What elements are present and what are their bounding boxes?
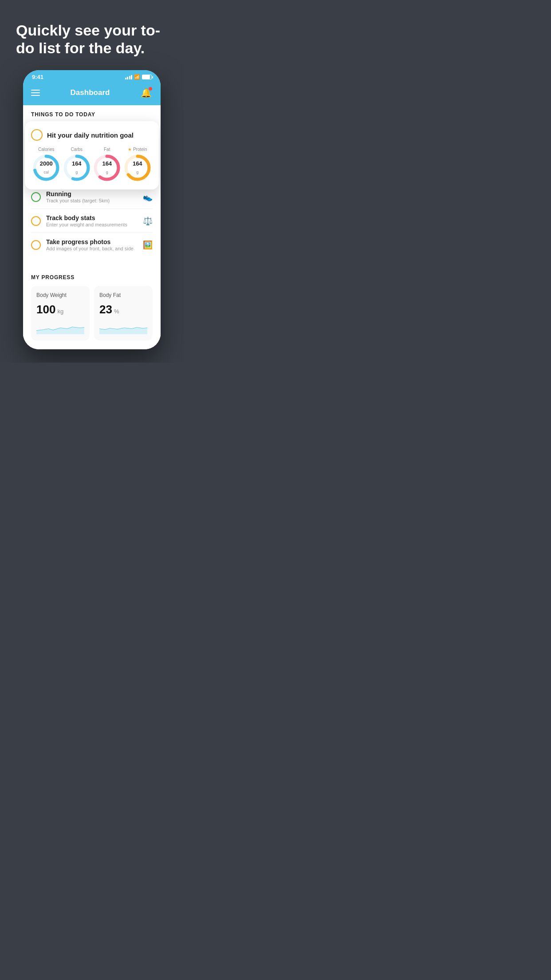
todo-label-progress-photos: Take progress photos — [46, 238, 138, 245]
battery-icon — [142, 75, 152, 79]
status-time: 9:41 — [32, 74, 43, 80]
body-weight-unit: kg — [57, 308, 63, 315]
body-weight-value-wrap: 100 kg — [36, 303, 84, 316]
protein-value: 164 — [133, 161, 142, 167]
hero-title: Quickly see your to-do list for the day. — [16, 21, 168, 57]
todo-sub-progress-photos: Add images of your front, back, and side — [46, 246, 138, 251]
status-icons: 📶 — [125, 74, 152, 80]
body-fat-value-wrap: 23 % — [99, 303, 147, 316]
photo-icon: 🖼️ — [143, 240, 153, 250]
carbs-label: Carbs — [71, 147, 83, 152]
macro-calories: Calories 2000 cal — [32, 147, 60, 182]
status-bar: 9:41 📶 — [23, 70, 161, 82]
todo-item-body-stats[interactable]: Track body stats Enter your weight and m… — [31, 209, 153, 233]
notification-button[interactable]: 🔔 — [140, 87, 153, 99]
nutrition-card-header: Hit your daily nutrition goal — [31, 129, 153, 141]
hero-section: Quickly see your to-do list for the day. — [0, 0, 184, 66]
calories-donut: 2000 cal — [32, 154, 60, 182]
fat-value: 164 — [102, 161, 112, 167]
header-title: Dashboard — [71, 88, 110, 97]
todo-text-body-stats: Track body stats Enter your weight and m… — [46, 214, 138, 227]
app-header: Dashboard 🔔 — [23, 82, 161, 105]
todo-sub-body-stats: Enter your weight and measurements — [46, 222, 138, 227]
nutrition-card-title: Hit your daily nutrition goal — [47, 131, 134, 139]
body-fat-card[interactable]: Body Fat 23 % — [94, 286, 153, 340]
body-weight-card[interactable]: Body Weight 100 kg — [31, 286, 90, 340]
calories-value: 2000 — [40, 161, 53, 167]
calories-label: Calories — [38, 147, 55, 152]
body-fat-sparkline — [99, 321, 147, 334]
todo-label-body-stats: Track body stats — [46, 214, 138, 221]
body-fat-value: 23 — [99, 303, 112, 316]
protein-label: ★ Protein — [128, 147, 147, 152]
phone-mockup: 9:41 📶 Dashboard 🔔 THINGS TO DO TOD — [23, 70, 161, 349]
todo-item-progress-photos[interactable]: Take progress photos Add images of your … — [31, 233, 153, 257]
nutrition-card: Hit your daily nutrition goal Calories — [25, 121, 159, 190]
content-area: THINGS TO DO TODAY Hit your daily nutrit… — [23, 105, 161, 349]
todo-label-running: Running — [46, 190, 138, 198]
progress-section: MY PROGRESS Body Weight 100 kg B — [23, 270, 161, 349]
progress-heading: MY PROGRESS — [31, 270, 153, 286]
body-weight-value: 100 — [36, 303, 55, 316]
macro-carbs: Carbs 164 g — [63, 147, 91, 182]
wifi-icon: 📶 — [134, 74, 140, 80]
todo-sub-running: Track your stats (target: 5km) — [46, 198, 138, 203]
macro-fat: Fat 164 g — [93, 147, 121, 182]
todo-circle-body-stats — [31, 216, 41, 226]
carbs-value: 164 — [72, 161, 82, 167]
body-weight-title: Body Weight — [36, 292, 84, 298]
signal-icon — [125, 75, 133, 79]
fat-label: Fat — [104, 147, 110, 152]
things-today-heading: THINGS TO DO TODAY — [23, 105, 161, 121]
todo-circle-running — [31, 192, 41, 202]
todo-text-progress-photos: Take progress photos Add images of your … — [46, 238, 138, 251]
macro-protein: ★ Protein 164 g — [124, 147, 151, 182]
nutrition-circle-check — [31, 129, 43, 141]
star-icon: ★ — [128, 147, 132, 152]
body-fat-title: Body Fat — [99, 292, 147, 298]
todo-circle-progress-photos — [31, 240, 41, 250]
spacer — [23, 257, 161, 270]
todo-list: Running Track your stats (target: 5km) 👟… — [23, 185, 161, 257]
protein-donut: 164 g — [124, 154, 151, 182]
body-fat-unit: % — [114, 308, 119, 315]
carbs-donut: 164 g — [63, 154, 91, 182]
fat-donut: 164 g — [93, 154, 121, 182]
body-weight-sparkline — [36, 321, 84, 334]
todo-text-running: Running Track your stats (target: 5km) — [46, 190, 138, 203]
scale-icon: ⚖️ — [143, 216, 153, 226]
menu-button[interactable] — [31, 90, 40, 96]
running-icon: 👟 — [143, 192, 153, 202]
macros-row: Calories 2000 cal — [31, 147, 153, 182]
progress-cards: Body Weight 100 kg Body Fat 23 % — [31, 286, 153, 340]
